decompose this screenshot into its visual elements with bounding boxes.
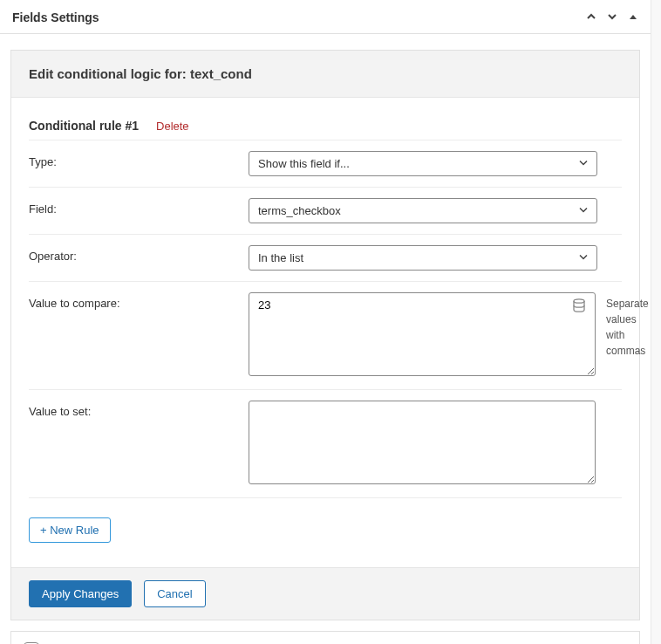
type-label: Type: [29,151,249,168]
type-select[interactable]: Show this field if... [249,151,597,176]
rule-title: Conditional rule #1 [29,119,139,133]
apply-changes-button[interactable]: Apply Changes [29,580,132,607]
chevron-down-icon[interactable] [607,11,617,24]
chevron-up-icon[interactable] [586,11,596,24]
value-compare-label: Value to compare: [29,292,249,310]
database-icon[interactable] [571,298,587,313]
value-compare-hint: Separate values with commas [606,292,654,359]
value-set-label: Value to set: [29,401,249,418]
svg-point-0 [574,299,584,303]
collapse-icon[interactable] [628,11,638,24]
field-label: Field: [29,198,249,216]
operator-select[interactable]: In the list [249,245,597,271]
field-select[interactable]: terms_checkbox [249,198,597,223]
value-set-textarea[interactable] [249,401,596,484]
cancel-button[interactable]: Cancel [144,580,205,607]
value-compare-textarea[interactable] [249,292,596,376]
operator-label: Operator: [29,245,249,263]
delete-rule-link[interactable]: Delete [156,120,189,133]
card-title: Edit conditional logic for: text_cond [29,66,622,81]
new-rule-button[interactable]: + New Rule [29,517,111,543]
scrollbar[interactable] [651,0,661,644]
panel-title: Fields Settings [12,10,99,24]
